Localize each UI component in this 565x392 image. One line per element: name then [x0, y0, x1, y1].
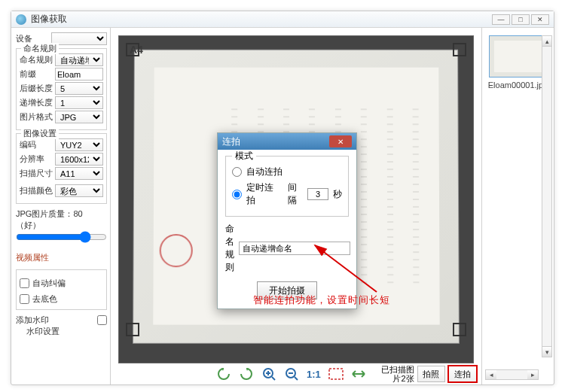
thumbnail-panel: Eloam00001.jpg ▴ ▾ ◂ ▸: [481, 28, 554, 384]
interval-label: 间隔: [288, 181, 303, 207]
scan-color-select[interactable]: 彩色: [55, 184, 103, 197]
auto-deskew-label: 自动纠偏: [32, 278, 66, 289]
prefix-input[interactable]: [55, 68, 103, 81]
svg-line-1: [272, 377, 275, 380]
settings-sidebar: 设备 命名规则 命名规则 自动递增命名 前缀 后缀长度 5 递增长度: [11, 28, 111, 384]
increment-length-select[interactable]: 1: [55, 96, 103, 109]
titlebar: 图像获取 — □ ✕: [11, 11, 554, 28]
window-minimize-button[interactable]: —: [492, 14, 510, 25]
encoding-label: 编码: [20, 139, 53, 150]
image-format-select[interactable]: JPG: [55, 111, 103, 123]
scroll-down-button[interactable]: ▾: [542, 346, 551, 357]
stamp-icon: [159, 234, 192, 267]
scan-size-label: 扫描尺寸: [20, 168, 53, 179]
scanned-count-text: 已扫描图片2张: [374, 365, 414, 383]
add-watermark-label: 添加水印: [16, 315, 49, 326]
auto-group: 自动纠偏 去底色: [16, 269, 107, 310]
scan-size-select[interactable]: A11: [55, 167, 103, 180]
image-settings-group-title: 图像设置: [21, 128, 59, 139]
mode-timed-radio[interactable]: [232, 190, 242, 199]
prefix-label: 前缀: [20, 68, 53, 80]
svg-line-5: [295, 377, 298, 380]
dialog-close-button[interactable]: ✕: [329, 135, 352, 147]
horizontal-scrollbar[interactable]: ◂ ▸: [485, 369, 539, 380]
remove-background-checkbox[interactable]: [20, 294, 29, 304]
mode-auto-radio[interactable]: [232, 167, 242, 177]
device-select[interactable]: [51, 32, 107, 45]
zoom-out-icon[interactable]: [284, 366, 299, 382]
annotation-text: 智能连拍功能，设置时间长短: [253, 293, 390, 307]
image-settings-group: 图像设置 编码 YUY2 分辨率 1600x1200 扫描尺寸 A11 扫描颜色…: [16, 133, 107, 204]
naming-rule-label: 命名规则: [20, 54, 53, 65]
rotate-right-icon[interactable]: [239, 366, 254, 382]
window-maximize-button[interactable]: □: [512, 14, 530, 25]
interval-input[interactable]: [307, 188, 328, 200]
zoom-in-icon[interactable]: [261, 366, 276, 382]
suffix-length-select[interactable]: 5: [55, 82, 103, 95]
dialog-titlebar[interactable]: 连拍 ✕: [218, 133, 356, 150]
fit-screen-icon[interactable]: [328, 366, 344, 382]
interval-unit: 秒: [333, 188, 342, 201]
jpg-quality-slider[interactable]: [16, 231, 107, 243]
increment-length-label: 递增长度: [20, 97, 53, 108]
scroll-left-button[interactable]: ◂: [486, 370, 496, 379]
fit-width-icon[interactable]: [351, 366, 366, 382]
naming-rule-select[interactable]: 自动递增命名: [55, 53, 103, 66]
dialog-naming-input[interactable]: [239, 242, 350, 255]
scan-color-label: 扫描颜色: [20, 185, 53, 196]
scroll-up-button[interactable]: ▴: [542, 36, 551, 47]
add-watermark-checkbox[interactable]: [97, 315, 107, 325]
suffix-length-label: 后缀长度: [20, 83, 53, 94]
jpg-quality-label: JPG图片质量：80（好）: [16, 208, 107, 231]
mode-group: 模式 自动连拍 定时连拍 间隔 秒: [225, 156, 349, 217]
dialog-naming-label: 命名规则: [225, 223, 234, 274]
resolution-label: 分辨率: [20, 153, 53, 165]
mode-group-title: 模式: [232, 150, 256, 163]
burst-capture-button[interactable]: 连拍: [448, 366, 477, 382]
dialog-title: 连拍: [222, 135, 240, 148]
scroll-right-button[interactable]: ▸: [527, 370, 538, 379]
rotate-left-icon[interactable]: [216, 366, 231, 382]
mode-auto-label: 自动连拍: [246, 166, 282, 178]
thumbnail-item[interactable]: [489, 35, 548, 77]
vertical-scrollbar[interactable]: ▴ ▾: [542, 35, 552, 357]
naming-rule-group: 命名规则 命名规则 自动递增命名 前缀 后缀长度 5 递增长度 1: [16, 48, 107, 130]
encoding-select[interactable]: YUY2: [55, 138, 103, 151]
one-to-one-icon[interactable]: 1:1: [307, 366, 321, 382]
auto-deskew-checkbox[interactable]: [20, 278, 29, 288]
remove-background-label: 去底色: [32, 293, 57, 305]
bottom-toolbar: 1:1 已扫描图片2张 拍照 连拍: [111, 363, 481, 384]
video-properties-link[interactable]: 视频属性: [16, 252, 49, 263]
mode-timed-label: 定时连拍: [246, 181, 277, 207]
image-format-label: 图片格式: [20, 111, 53, 123]
window-close-button[interactable]: ✕: [531, 14, 549, 25]
window-title: 图像获取: [31, 13, 67, 26]
burst-dialog: 连拍 ✕ 模式 自动连拍 定时连拍 间隔 秒 命名规则 开始拍摄: [217, 132, 357, 309]
watermark-settings-link[interactable]: 水印设置: [26, 326, 107, 337]
app-icon: [16, 14, 26, 25]
svg-rect-7: [329, 369, 343, 379]
naming-rule-group-title: 命名规则: [21, 43, 59, 54]
thumbnail-filename: Eloam00001.jpg: [485, 81, 551, 90]
resolution-select[interactable]: 1600x1200: [55, 153, 103, 166]
page-size-label: A4: [130, 44, 143, 56]
capture-button[interactable]: 拍照: [417, 366, 446, 382]
